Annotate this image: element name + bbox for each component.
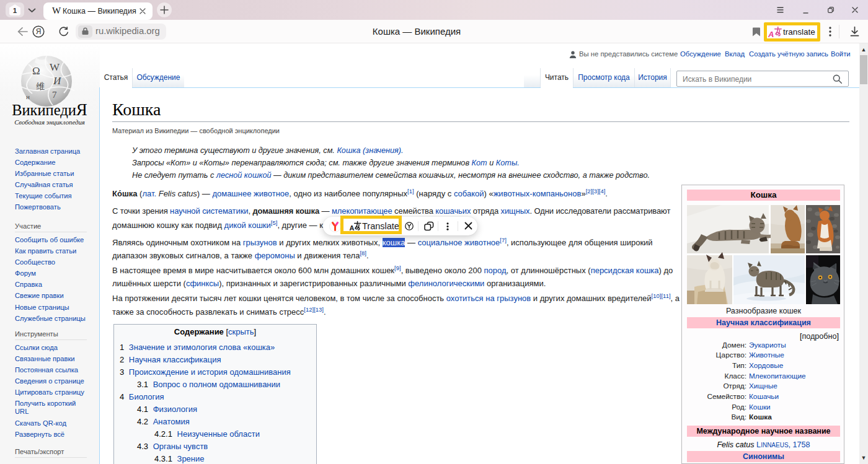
svg-text:A: A (768, 30, 774, 38)
svg-text:Ω: Ω (32, 65, 40, 77)
svg-text:н: н (26, 93, 30, 100)
svg-text:维: 维 (36, 82, 45, 91)
svg-text:И: И (53, 75, 62, 87)
svg-text:7: 7 (52, 90, 57, 100)
svg-text:W: W (50, 61, 60, 73)
